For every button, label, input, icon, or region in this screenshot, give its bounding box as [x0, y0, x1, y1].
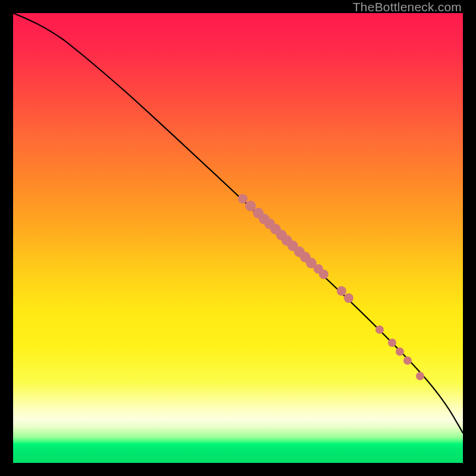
data-point	[403, 356, 412, 365]
plot-area	[13, 13, 463, 463]
watermark-text: TheBottleneck.com	[353, 0, 462, 14]
data-point	[337, 286, 346, 296]
data-point	[396, 347, 404, 356]
chart-svg	[13, 13, 463, 463]
data-point	[319, 270, 328, 279]
main-curve	[13, 13, 463, 433]
data-point	[344, 293, 353, 303]
chart-frame: TheBottleneck.com	[0, 0, 476, 476]
scatter-cluster-upper	[238, 194, 353, 303]
data-point	[238, 194, 248, 203]
data-point	[375, 325, 384, 334]
data-point	[388, 339, 396, 347]
data-point	[416, 372, 424, 380]
